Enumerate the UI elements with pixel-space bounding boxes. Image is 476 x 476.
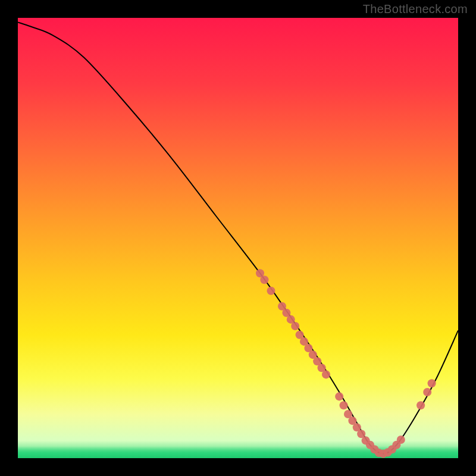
watermark-text: TheBottleneck.com: [363, 2, 468, 16]
curve-dot: [322, 370, 330, 378]
curve-dot: [335, 392, 343, 400]
curve-dot: [423, 388, 431, 396]
curve-dot: [428, 379, 436, 387]
curve-dot: [397, 436, 405, 444]
curve-dot: [267, 287, 275, 295]
curve-dot: [340, 401, 348, 409]
plot-area: [18, 18, 458, 458]
bottleneck-curve: [18, 22, 458, 453]
curve-dots-group: [256, 269, 436, 458]
curve-dot: [291, 322, 299, 330]
curve-dot: [260, 275, 268, 284]
curve-dot: [416, 401, 425, 409]
chart-svg: [18, 18, 458, 458]
